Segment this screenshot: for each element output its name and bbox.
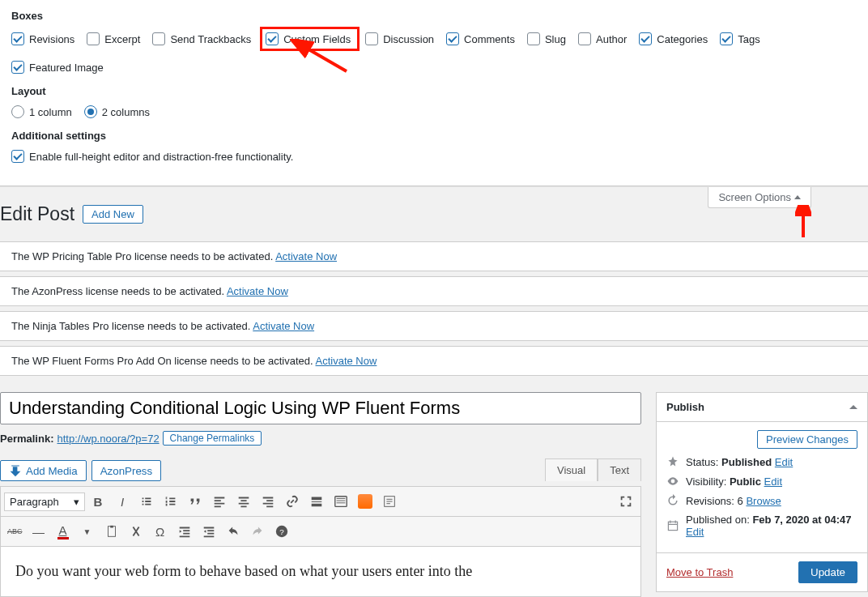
annotation-arrow-icon [290, 39, 355, 79]
redo-button[interactable] [246, 520, 269, 543]
color-swatch [57, 537, 69, 539]
checkbox-categories[interactable]: Categories [639, 32, 708, 45]
change-permalinks-button[interactable]: Change Permalinks [163, 431, 262, 446]
edit-status-link[interactable]: Edit [775, 456, 793, 468]
svg-rect-2 [335, 497, 347, 507]
additional-row: Enable full-height editor and distractio… [11, 150, 857, 163]
italic-button[interactable]: I [111, 490, 134, 513]
help-button[interactable]: ? [270, 520, 293, 543]
move-to-trash-link[interactable]: Move to Trash [666, 566, 733, 578]
checkbox-full-height[interactable]: Enable full-height editor and distractio… [11, 150, 293, 163]
azonpress-button[interactable]: AzonPress [91, 460, 161, 481]
checkbox-excerpt[interactable]: Excerpt [87, 32, 140, 45]
chevron-up-icon [849, 405, 857, 409]
checkbox-icon [720, 32, 733, 45]
revisions-row: Revisions: 6 Browse [666, 494, 857, 507]
sidebar-column: Publish Preview Changes Status: Publishe… [656, 392, 868, 597]
header-area: Screen Options Edit Post Add New [0, 186, 868, 241]
eye-icon [666, 475, 679, 488]
checkbox-icon [11, 61, 24, 74]
text-color-dropdown[interactable]: ▼ [76, 520, 99, 543]
checkbox-slug[interactable]: Slug [527, 32, 566, 45]
status-row: Status: Published Edit [666, 455, 857, 468]
undo-button[interactable] [222, 520, 245, 543]
activate-link[interactable]: Activate Now [275, 250, 337, 262]
activate-link[interactable]: Activate Now [316, 355, 377, 367]
blockquote-button[interactable] [184, 490, 206, 513]
edit-date-link[interactable]: Edit [686, 526, 704, 538]
activate-link[interactable]: Activate Now [253, 320, 314, 332]
browse-revisions-link[interactable]: Browse [746, 495, 781, 507]
insert-more-button[interactable] [305, 490, 328, 513]
checkbox-author[interactable]: Author [578, 32, 627, 45]
media-icon [9, 464, 22, 477]
clear-formatting-button[interactable] [125, 520, 147, 543]
chevron-down-icon: ▾ [74, 496, 79, 508]
checkbox-icon [11, 150, 24, 163]
checkbox-tags[interactable]: Tags [720, 32, 760, 45]
fluent-forms-button[interactable] [378, 490, 401, 513]
table-icon [358, 494, 372, 509]
permalink-row: Permalink: http://wp.noora/?p=72 Change … [0, 431, 641, 446]
editor-tabs: Visual Text [545, 458, 641, 481]
activate-link[interactable]: Activate Now [227, 285, 288, 297]
add-media-button[interactable]: Add Media [0, 460, 87, 481]
strikethrough-button[interactable]: ABC [4, 520, 26, 543]
radio-1-column[interactable]: 1 column [11, 105, 72, 118]
editor-wrap: Visual Text Paragraph▾ B I [0, 486, 641, 597]
layout-heading: Layout [11, 85, 857, 97]
permalink-link[interactable]: http://wp.noora/?p=72 [57, 433, 159, 445]
special-character-button[interactable]: Ω [149, 520, 172, 543]
update-button[interactable]: Update [798, 561, 857, 583]
checkbox-revisions[interactable]: Revisions [11, 32, 74, 45]
editor-toolbar-row-2: ABC — A ▼ Ω ? [0, 517, 641, 547]
link-button[interactable] [281, 490, 304, 513]
numbered-list-button[interactable] [160, 490, 182, 513]
fullscreen-button[interactable] [615, 490, 637, 513]
checkbox-featured-image[interactable]: Featured Image [11, 61, 104, 74]
radio-2-columns[interactable]: 2 columns [84, 105, 150, 118]
checkbox-icon [11, 32, 24, 45]
checkbox-icon [446, 32, 459, 45]
editor-content[interactable]: Do you want your web form to behave base… [0, 547, 641, 597]
checkbox-discussion[interactable]: Discussion [365, 32, 434, 45]
additional-heading: Additional settings [11, 130, 857, 142]
text-color-button[interactable]: A [52, 520, 74, 543]
svg-rect-7 [668, 522, 677, 530]
align-center-button[interactable] [232, 490, 255, 513]
layout-radio-row: 1 column 2 columns [11, 105, 857, 118]
visibility-row: Visibility: Public Edit [666, 475, 857, 488]
toolbar-toggle-button[interactable] [330, 490, 352, 513]
post-title-input[interactable] [0, 392, 641, 424]
screen-options-panel: Boxes Revisions Excerpt Send Trackbacks … [0, 0, 868, 186]
align-right-button[interactable] [257, 490, 279, 513]
outdent-button[interactable] [173, 520, 196, 543]
preview-changes-button[interactable]: Preview Changes [757, 430, 857, 449]
published-date-row: Published on: Feb 7, 2020 at 04:47 Edit [666, 514, 857, 538]
radio-icon [11, 105, 24, 118]
checkbox-icon [527, 32, 540, 45]
align-left-button[interactable] [208, 490, 231, 513]
checkbox-icon [87, 32, 100, 45]
edit-visibility-link[interactable]: Edit [764, 475, 782, 488]
paste-text-button[interactable] [100, 520, 123, 543]
checkbox-comments[interactable]: Comments [446, 32, 515, 45]
indent-button[interactable] [198, 520, 220, 543]
hr-button[interactable]: — [28, 520, 50, 543]
publish-header[interactable]: Publish [657, 393, 867, 422]
visual-tab[interactable]: Visual [545, 458, 598, 481]
checkbox-icon [266, 32, 279, 45]
checkbox-icon [639, 32, 652, 45]
checkbox-send-trackbacks[interactable]: Send Trackbacks [152, 32, 251, 45]
bullet-list-button[interactable] [135, 490, 158, 513]
boxes-heading: Boxes [11, 10, 857, 22]
text-tab[interactable]: Text [598, 458, 641, 481]
ninja-tables-button[interactable] [354, 490, 377, 513]
bold-button[interactable]: B [87, 490, 109, 513]
radio-icon [84, 105, 97, 118]
add-new-button[interactable]: Add New [83, 205, 143, 224]
checkbox-icon [152, 32, 165, 45]
notice: The WP Pricing Table Pro license needs t… [0, 241, 868, 271]
notice: The WP Fluent Forms Pro Add On license n… [0, 346, 868, 376]
format-select[interactable]: Paragraph▾ [4, 493, 85, 511]
